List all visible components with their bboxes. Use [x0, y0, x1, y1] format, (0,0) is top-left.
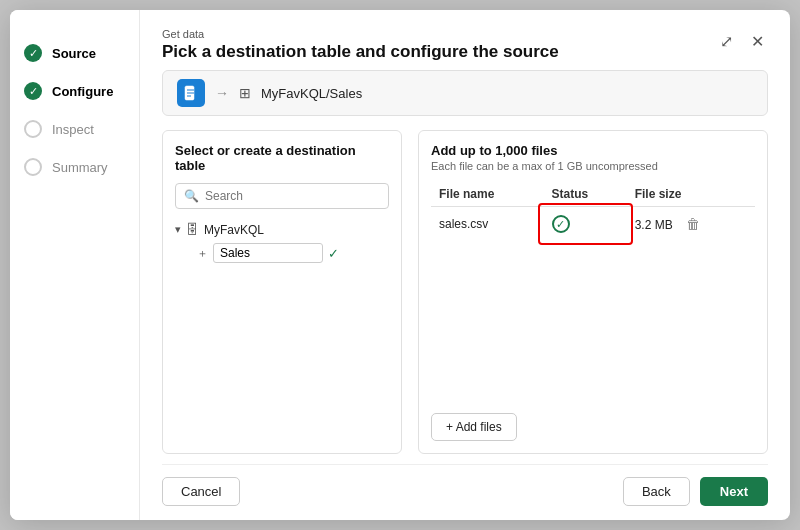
- table-row: sales.csv ✓ 3.2 MB 🗑: [431, 207, 755, 242]
- file-icon: [177, 79, 205, 107]
- right-panel-title: Add up to 1,000 files: [431, 143, 755, 158]
- add-files-button[interactable]: + Add files: [431, 413, 517, 441]
- col-status: Status: [544, 182, 627, 207]
- file-table: File name Status File size sales.csv ✓: [431, 182, 755, 241]
- get-data-label: Get data: [162, 28, 559, 40]
- step-circle-inspect: [24, 120, 42, 138]
- main-content: Get data Pick a destination table and co…: [140, 10, 790, 520]
- plus-icon: ＋: [197, 246, 208, 261]
- database-icon: 🗄: [186, 222, 199, 237]
- db-name: MyFavKQL: [204, 223, 264, 237]
- left-panel-title: Select or create a destination table: [175, 143, 389, 173]
- delete-file-icon[interactable]: 🗑: [686, 216, 700, 232]
- footer-right: Back Next: [623, 477, 768, 506]
- right-panel-subtitle: Each file can be a max of 1 GB uncompres…: [431, 160, 755, 172]
- modal-footer: Cancel Back Next: [162, 464, 768, 506]
- close-button[interactable]: ✕: [747, 30, 768, 53]
- tree-table-item[interactable]: ＋ ✓: [197, 240, 389, 266]
- add-files-wrapper: + Add files: [431, 405, 755, 441]
- tree-db-item[interactable]: ▾ 🗄 MyFavKQL: [175, 219, 389, 240]
- sidebar-step-summary[interactable]: Summary: [10, 148, 139, 186]
- modal-container: ✓ Source ✓ Configure Inspect Summary Get…: [10, 10, 790, 520]
- expand-button[interactable]: ⤢: [716, 30, 737, 53]
- page-title: Pick a destination table and configure t…: [162, 42, 559, 62]
- chevron-icon: ▾: [175, 223, 181, 236]
- sidebar-step-inspect[interactable]: Inspect: [10, 110, 139, 148]
- breadcrumb: → ⊞ MyFavKQL/Sales: [162, 70, 768, 116]
- left-panel: Select or create a destination table 🔍 ▾…: [162, 130, 402, 454]
- search-box[interactable]: 🔍: [175, 183, 389, 209]
- step-circle-configure: ✓: [24, 82, 42, 100]
- check-icon: ✓: [328, 246, 339, 261]
- header-icons: ⤢ ✕: [716, 30, 768, 53]
- search-input[interactable]: [205, 189, 380, 203]
- col-filesize: File size: [627, 182, 755, 207]
- sidebar-item-label: Source: [52, 46, 96, 61]
- sidebar-item-label: Configure: [52, 84, 113, 99]
- new-table-input[interactable]: [213, 243, 323, 263]
- sidebar-step-source[interactable]: ✓ Source: [10, 34, 139, 72]
- next-button[interactable]: Next: [700, 477, 768, 506]
- sidebar-item-label: Summary: [52, 160, 108, 175]
- breadcrumb-path: MyFavKQL/Sales: [261, 86, 362, 101]
- panels: Select or create a destination table 🔍 ▾…: [162, 130, 768, 454]
- sidebar-item-label: Inspect: [52, 122, 94, 137]
- status-ok-icon: ✓: [552, 215, 570, 233]
- breadcrumb-arrow: →: [215, 85, 229, 101]
- col-filename: File name: [431, 182, 544, 207]
- right-panel-content: Add up to 1,000 files Each file can be a…: [431, 143, 755, 441]
- table-icon: ⊞: [239, 85, 251, 101]
- sidebar: ✓ Source ✓ Configure Inspect Summary: [10, 10, 140, 520]
- status-cell: ✓: [544, 207, 627, 242]
- file-name-cell: sales.csv: [431, 207, 544, 242]
- search-icon: 🔍: [184, 189, 199, 203]
- cancel-button[interactable]: Cancel: [162, 477, 240, 506]
- right-panel: Add up to 1,000 files Each file can be a…: [418, 130, 768, 454]
- back-button[interactable]: Back: [623, 477, 690, 506]
- file-size-cell: 3.2 MB 🗑: [627, 207, 755, 242]
- title-group: Get data Pick a destination table and co…: [162, 28, 559, 62]
- sidebar-step-configure[interactable]: ✓ Configure: [10, 72, 139, 110]
- modal-header: Get data Pick a destination table and co…: [162, 28, 768, 62]
- step-circle-source: ✓: [24, 44, 42, 62]
- step-circle-summary: [24, 158, 42, 176]
